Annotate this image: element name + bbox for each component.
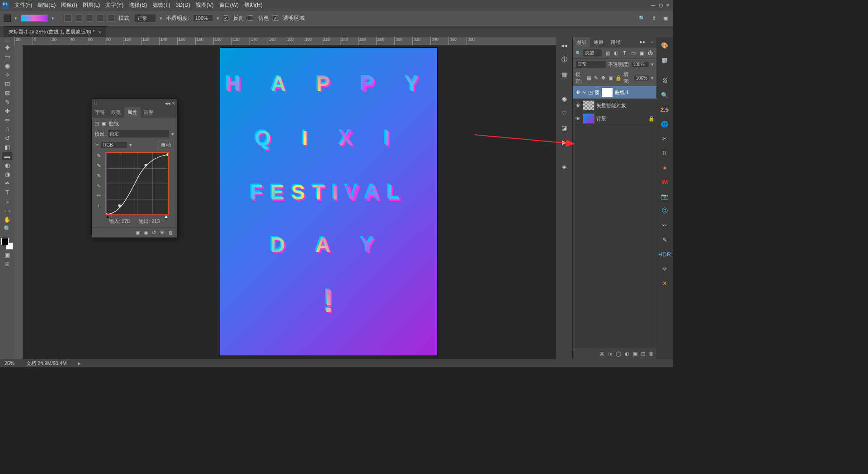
type-tool[interactable]: T <box>2 188 12 196</box>
gradient-tool[interactable]: ▬ <box>2 152 12 160</box>
grip-icon[interactable]: ⁞⁞ <box>1 39 14 43</box>
cut-icon[interactable]: ✂ <box>659 133 670 144</box>
menu-image[interactable]: 图像(I) <box>58 1 80 9</box>
tab-layers[interactable]: 图层 <box>573 37 590 47</box>
clip-icon[interactable]: ▣ <box>136 230 140 236</box>
x-ext-icon[interactable]: ✕ <box>659 278 670 289</box>
properties-panel[interactable]: ⁝⁝ ◂◂× 字符 段落 属性 调整 ◳▣ 曲线 预设: 自定▾ ☞ RGB▾ … <box>91 99 177 238</box>
dodge-tool[interactable]: ◑ <box>2 170 12 178</box>
swatches-ext-icon[interactable]: ▦ <box>659 54 670 65</box>
hand-tool[interactable]: ✋ <box>2 215 12 223</box>
menu-3d[interactable]: 3D(D) <box>173 2 193 8</box>
menu-filter[interactable]: 滤镜(T) <box>150 1 173 9</box>
black-eyedropper-icon[interactable]: ✎ <box>94 152 103 159</box>
fx-icon[interactable]: fx <box>608 351 612 356</box>
wave-icon[interactable]: 〰 <box>659 220 670 231</box>
maximize-icon[interactable]: ▢ <box>657 2 664 8</box>
screenmode-icon[interactable]: ⎚ <box>2 260 12 268</box>
menu-select[interactable]: 选择(S) <box>126 1 150 9</box>
collapse-handle-icon[interactable]: ◂◂ <box>559 40 570 51</box>
gradient-reflected-icon[interactable] <box>97 14 104 22</box>
menu-type[interactable]: 文字(Y) <box>103 1 126 9</box>
reverse-checkbox[interactable] <box>223 15 228 21</box>
layer-row[interactable]: 👁矢量智能对象 <box>573 99 656 112</box>
search-icon[interactable]: 🔍 <box>638 14 646 22</box>
visibility-icon[interactable]: 👁 <box>575 116 581 121</box>
filter-adjust-icon[interactable]: ◐ <box>613 50 619 57</box>
magic-wand-tool[interactable]: ✧ <box>2 71 12 79</box>
lock-artboard-icon[interactable]: ▣ <box>608 75 613 81</box>
group-icon[interactable]: ▣ <box>633 351 637 357</box>
path-select-tool[interactable]: ▹ <box>2 197 12 205</box>
filter-image-icon[interactable]: ▧ <box>604 50 611 57</box>
gradient-linear-icon[interactable] <box>64 14 71 22</box>
document-canvas[interactable]: H A P P Y Q I X I FESTIVAL D A Y ! <box>220 48 437 356</box>
layers-icon[interactable]: ◈ <box>559 161 570 172</box>
finger-icon[interactable]: ☞ <box>94 142 99 148</box>
close-icon[interactable]: ✕ <box>665 2 671 8</box>
marquee-tool[interactable]: ▭ <box>2 52 12 61</box>
tab-paths[interactable]: 路径 <box>607 37 624 47</box>
lock-pixels-icon[interactable]: ▦ <box>586 75 592 81</box>
quickmask-icon[interactable]: ▣ <box>2 251 12 259</box>
visibility-icon[interactable]: 👁 <box>575 103 581 108</box>
color-swatches[interactable] <box>1 238 13 250</box>
brush-tool[interactable]: ✏ <box>2 116 12 124</box>
gray-eyedropper-icon[interactable]: ✎ <box>94 162 103 169</box>
panel-collapse-icon[interactable]: ◂◂ <box>165 100 170 106</box>
fill-field[interactable]: 100% <box>634 75 649 81</box>
move-tool[interactable]: ✥ <box>2 43 12 52</box>
adjust-ext-icon[interactable]: ⛓ <box>659 75 670 86</box>
info-icon[interactable]: ⓘ <box>559 54 570 65</box>
delete-layer-icon[interactable]: 🗑 <box>649 351 654 356</box>
diamond-icon[interactable]: ◈ <box>659 162 670 173</box>
lock-paint-icon[interactable]: ✎ <box>594 75 599 81</box>
gradient-diamond-icon[interactable] <box>108 14 115 22</box>
pencil-edit-icon[interactable]: ✏ <box>94 192 103 199</box>
panel-collapse-icon[interactable]: ▸▸ <box>637 37 648 47</box>
adjustment-icon[interactable]: ◐ <box>625 351 629 357</box>
crop-tool[interactable]: ⊡ <box>2 80 12 88</box>
trash-icon[interactable]: 🗑 <box>168 230 173 236</box>
document-tab[interactable]: 未标题-1 @ 25% (曲线 1, 图层蒙版/8) * × <box>4 26 106 37</box>
dither-checkbox[interactable] <box>248 15 253 21</box>
mask-icon[interactable]: ◯ <box>616 351 621 357</box>
layer-filter-select[interactable]: 类型 <box>583 49 602 57</box>
menu-view[interactable]: 视图(V) <box>193 1 217 9</box>
globe-icon[interactable]: 🌐 <box>659 118 670 129</box>
white-eyedropper-icon[interactable]: ✎ <box>94 172 103 179</box>
filter-smart-icon[interactable]: ▣ <box>638 50 645 57</box>
pen-tool[interactable]: ✒ <box>2 179 12 187</box>
cloud-icon[interactable]: ◉ <box>559 93 570 104</box>
tool-preset-icon[interactable] <box>4 14 11 22</box>
zoom-tool[interactable]: 🔍 <box>2 224 12 232</box>
tab-close-icon[interactable]: × <box>98 29 101 35</box>
link-layers-icon[interactable]: ⌘ <box>599 351 604 357</box>
channel-select[interactable]: RGB <box>101 142 127 148</box>
tab-properties[interactable]: 属性 <box>124 107 141 118</box>
healing-tool[interactable]: ✚ <box>2 107 12 115</box>
stamp-tool[interactable]: ⎍ <box>2 125 12 133</box>
menu-window[interactable]: 窗口(W) <box>217 1 241 9</box>
gradient-radial-icon[interactable] <box>75 14 82 22</box>
new-layer-icon[interactable]: ⊞ <box>641 351 645 357</box>
eraser-tool[interactable]: ◧ <box>2 143 12 151</box>
filter-shape-icon[interactable]: ▭ <box>630 50 637 57</box>
camera-icon[interactable]: 📷 <box>659 191 670 202</box>
blur-tool[interactable]: ◐ <box>2 161 12 169</box>
share-icon[interactable]: ⇪ <box>650 14 657 22</box>
ext-r-icon[interactable]: R <box>659 147 670 158</box>
bulb-icon[interactable]: ♡ <box>559 108 570 118</box>
auto-button[interactable]: 自动 <box>158 141 174 149</box>
palette-icon[interactable]: 🎨 <box>659 40 670 51</box>
doc-size[interactable]: 文档:24.9M/50.4M <box>26 360 66 367</box>
frame-tool[interactable]: ⊠ <box>2 89 12 97</box>
curve-edit-icon[interactable]: ∿ <box>94 182 103 189</box>
blend-mode-select[interactable]: 正常 <box>134 14 156 23</box>
visibility-icon[interactable]: 👁 <box>160 230 165 236</box>
workspace-icon[interactable]: ▦ <box>662 14 669 22</box>
menu-help[interactable]: 帮助(H) <box>241 1 265 9</box>
lock-all-icon[interactable]: 🔒 <box>615 75 622 81</box>
ext-im-icon[interactable]: IM <box>659 176 670 187</box>
curves-graph[interactable]: ▲ ▲ <box>105 152 169 215</box>
